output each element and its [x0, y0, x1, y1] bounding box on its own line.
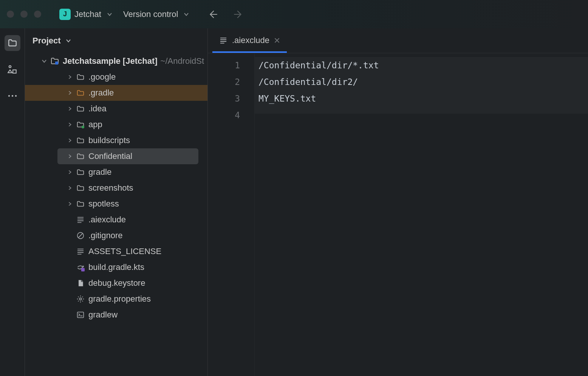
folder-icon	[76, 73, 85, 81]
gutter: 1 2 3 4	[208, 53, 255, 376]
gear-icon	[76, 295, 85, 303]
svg-rect-10	[77, 312, 84, 318]
chevron-right-icon[interactable]	[66, 90, 74, 96]
close-window-icon[interactable]	[7, 11, 14, 18]
close-icon[interactable]	[274, 37, 280, 43]
project-tool-button[interactable]	[5, 35, 20, 51]
code-content[interactable]: /Confidential/dir/*.txt /Confidential/di…	[255, 53, 588, 376]
code-line	[255, 107, 588, 114]
tree-item-label: app	[88, 120, 102, 129]
nav-back-button[interactable]	[207, 9, 218, 20]
titlebar: J Jetchat Version control	[0, 0, 588, 28]
tree-item-gradle[interactable]: .gradle	[25, 85, 207, 101]
tree-item-spotless[interactable]: spotless	[25, 196, 207, 212]
textfile-icon	[76, 216, 85, 224]
folder-icon	[8, 38, 17, 48]
editor-area: .aiexclude 1 2 3 4 /Confidential/dir/*.t…	[208, 28, 588, 376]
tree-item-gradleproperties[interactable]: gradle.properties	[25, 291, 207, 307]
chevron-right-icon[interactable]	[66, 154, 74, 159]
more-tools-button[interactable]	[5, 88, 20, 104]
editor-tab-aiexclude[interactable]: .aiexclude	[212, 30, 287, 53]
tree-item-buildscripts[interactable]: buildscripts	[25, 133, 207, 148]
svg-point-3	[11, 95, 13, 97]
tab-filename: .aiexclude	[232, 35, 269, 45]
minimize-window-icon[interactable]	[20, 11, 28, 18]
tree-item-label: .aiexclude	[88, 215, 126, 225]
chevron-right-icon[interactable]	[66, 185, 74, 191]
tree-item-app[interactable]: app	[25, 117, 207, 133]
chevron-down-icon	[65, 38, 71, 44]
tree-item-label: ASSETS_LICENSE	[88, 247, 161, 256]
tree-item-label: Confidential	[88, 151, 132, 161]
svg-point-9	[79, 298, 82, 300]
tree-item-label: .google	[88, 72, 116, 82]
tree-item-gradlew[interactable]: gradlew	[25, 307, 207, 323]
code-area[interactable]: 1 2 3 4 /Confidential/dir/*.txt /Confide…	[208, 53, 588, 376]
svg-point-0	[9, 66, 11, 68]
tree-item-idea[interactable]: .idea	[25, 101, 207, 117]
tree-item-google[interactable]: .google	[25, 69, 207, 85]
tree-item-buildgradlekts[interactable]: build.gradle.kts	[25, 259, 207, 275]
svg-rect-5	[55, 62, 58, 65]
code-line: /Confidential/dir2/	[255, 74, 588, 90]
structure-tool-button[interactable]	[5, 62, 20, 77]
textfile-icon	[219, 36, 227, 45]
folder-icon	[76, 168, 85, 176]
tree-item-confidential[interactable]: Confidential	[57, 148, 198, 164]
nav-forward-button[interactable]	[233, 9, 244, 20]
maximize-window-icon[interactable]	[34, 11, 41, 18]
chevron-right-icon[interactable]	[66, 74, 74, 80]
tree-item-debugkeystore[interactable]: debug.keystore	[25, 275, 207, 291]
sidebar-header[interactable]: Project	[25, 28, 207, 53]
tree-root[interactable]: Jetchatsample [Jetchat] ~/AndroidSt	[25, 53, 207, 69]
chevron-right-icon[interactable]	[66, 138, 74, 143]
version-control-label: Version control	[123, 9, 178, 19]
tree-item-label: spotless	[88, 199, 119, 209]
svg-point-6	[82, 126, 84, 128]
chevron-down-icon[interactable]	[40, 58, 48, 64]
project-selector[interactable]: J Jetchat	[56, 6, 116, 22]
gradlekts-icon	[76, 263, 85, 271]
file-icon	[76, 279, 85, 287]
chevron-right-icon[interactable]	[66, 122, 74, 127]
tree-item-assetslicense[interactable]: ASSETS_LICENSE	[25, 243, 207, 259]
folder-icon	[76, 184, 85, 192]
tree-item-label: gradlew	[88, 310, 118, 320]
chevron-right-icon[interactable]	[66, 201, 74, 206]
tree-item-label: .idea	[88, 104, 107, 114]
chevron-right-icon[interactable]	[66, 170, 74, 175]
editor-tabs: .aiexclude	[208, 28, 588, 53]
ignore-icon	[76, 231, 85, 240]
tree-item-gradle[interactable]: gradle	[25, 164, 207, 180]
chevron-right-icon[interactable]	[66, 106, 74, 111]
sidebar-title: Project	[32, 36, 61, 46]
project-icon: J	[59, 9, 71, 20]
tree-item-label: .gradle	[88, 88, 114, 98]
tree-item-label: build.gradle.kts	[88, 262, 144, 272]
code-line: /Confidential/dir/*.txt	[255, 57, 588, 74]
folder-icon	[76, 136, 85, 145]
line-number: 1	[208, 57, 254, 74]
module-icon	[76, 120, 85, 129]
svg-point-2	[8, 95, 9, 97]
folder-icon	[76, 152, 85, 160]
tree-item-screenshots[interactable]: screenshots	[25, 180, 207, 196]
svg-rect-1	[13, 70, 16, 73]
svg-rect-8	[81, 268, 85, 271]
version-control-selector[interactable]: Version control	[119, 7, 193, 22]
project-name-label: Jetchat	[74, 9, 101, 19]
chevron-down-icon	[107, 11, 113, 17]
tree-root-path: ~/AndroidSt	[161, 56, 204, 66]
svg-point-4	[15, 95, 16, 97]
folder-icon	[76, 105, 85, 113]
tree-item-aiexclude[interactable]: .aiexclude	[25, 212, 207, 228]
code-line: MY_KEYS.txt	[255, 90, 588, 107]
tree-item-label: gradle.properties	[88, 294, 151, 304]
terminal-icon	[76, 311, 85, 319]
tree-item-gitignore[interactable]: .gitignore	[25, 228, 207, 243]
folder-icon	[76, 89, 85, 97]
tree-item-label: buildscripts	[88, 136, 130, 145]
tree-root-name: Jetchatsample	[63, 56, 121, 66]
project-tree: Jetchatsample [Jetchat] ~/AndroidSt .goo…	[25, 53, 207, 376]
line-number: 3	[208, 90, 254, 107]
